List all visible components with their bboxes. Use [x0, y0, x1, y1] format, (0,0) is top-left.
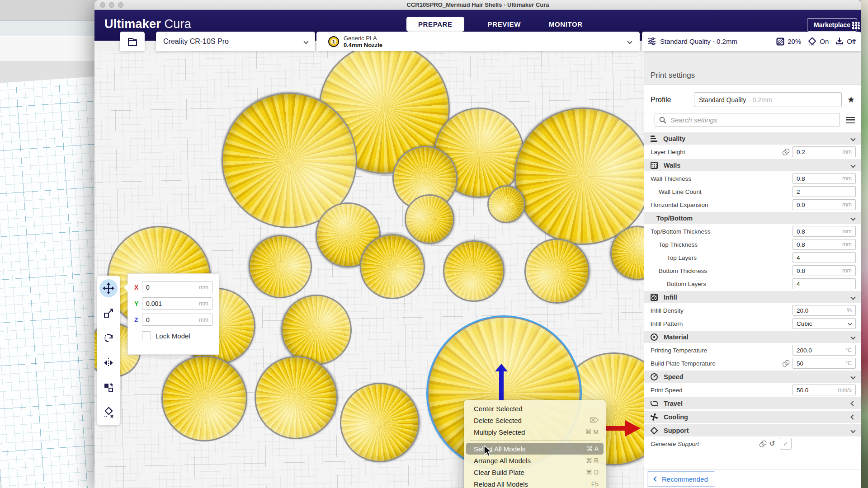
mirror-tool-button[interactable]: [99, 354, 118, 372]
x-coordinate-input[interactable]: 0 mm: [142, 281, 212, 293]
y-coordinate-input[interactable]: 0.001 mm: [142, 297, 212, 310]
infill-density-input[interactable]: 20.0%: [793, 305, 856, 316]
profile-dropdown[interactable]: Standard Quality - 0.2mm: [694, 92, 842, 107]
summary-profile: Standard Quality - 0.2mm: [660, 38, 737, 45]
menu-item-center-selected[interactable]: Center Selected: [466, 403, 604, 414]
link-icon: [759, 440, 766, 448]
menu-shortcut: ⌘ A: [587, 445, 599, 452]
section-header-quality[interactable]: Quality: [644, 132, 861, 145]
section-header-speed[interactable]: Speed: [644, 371, 861, 383]
menu-item-delete-selected[interactable]: Delete Selected⌦: [466, 414, 604, 426]
wall-thickness-input[interactable]: 0.8mm: [793, 173, 856, 184]
gizmo-x-arrow[interactable]: [604, 418, 641, 438]
applications-grid-icon[interactable]: [852, 22, 860, 29]
sliders-icon: [647, 37, 656, 46]
chevron-down-icon: [627, 39, 632, 44]
menu-shortcut: ⌦: [590, 417, 599, 424]
mouse-cursor: [483, 445, 492, 458]
link-icon: [782, 360, 789, 367]
print-settings-header: Print settings: [644, 51, 861, 84]
section-header-travel[interactable]: Travel: [644, 397, 861, 409]
top-bottom-thickness-input[interactable]: 0.8mm: [793, 226, 856, 237]
menu-shortcut: ⌘ D: [586, 469, 599, 476]
top-thickness-input[interactable]: 0.8mm: [793, 239, 856, 250]
rotate-tool-button[interactable]: [99, 329, 118, 347]
background-window-band: [0, 20, 94, 36]
cura-window: CCR10SPRO_Mermaid Hair Shells - Ultimake…: [94, 0, 861, 488]
travel-icon: [651, 401, 658, 406]
build-plate-temperature-input[interactable]: 50°C: [793, 358, 856, 369]
search-settings-input[interactable]: Search settings: [655, 113, 840, 127]
scale-tool-button[interactable]: [99, 304, 118, 322]
chevron-down-icon: [848, 321, 852, 325]
speed-icon: [651, 373, 658, 380]
settings-visibility-menu-icon[interactable]: [846, 117, 855, 123]
section-header-infill[interactable]: Infill: [644, 291, 861, 303]
mirror-icon: [103, 357, 114, 368]
wall-line-count-input[interactable]: 2: [793, 186, 856, 197]
print-settings-selector[interactable]: Standard Quality - 0.2mm 20% On Off: [642, 32, 861, 51]
maximize-window-button[interactable]: [118, 2, 123, 8]
marketplace-button[interactable]: Marketplace: [807, 18, 857, 32]
tab-preview[interactable]: PREVIEW: [483, 17, 525, 32]
tab-prepare[interactable]: PREPARE: [406, 17, 464, 32]
material-configuration-selector[interactable]: 1 Generic PLA 0.4mm Nozzle: [316, 32, 640, 51]
chevron-down-icon: [850, 295, 855, 300]
move-coordinates-panel: X 0 mm Y 0.001 mm Z 0: [127, 273, 219, 355]
generate-support-checkbox[interactable]: ✓: [780, 438, 792, 450]
z-coordinate-input[interactable]: 0 mm: [142, 314, 212, 326]
open-file-button[interactable]: [120, 32, 145, 51]
window-titlebar[interactable]: CCR10SPRO_Mermaid Hair Shells - Ultimake…: [94, 0, 861, 10]
recommended-mode-button[interactable]: Recommended: [647, 471, 715, 487]
y-coordinate-row: Y 0.001 mm: [134, 297, 212, 310]
desktop-wallpaper-sliver: [861, 0, 868, 488]
chevron-down-icon: [303, 39, 308, 44]
print-speed-input[interactable]: 50.0mm/s: [793, 385, 856, 395]
rotate-icon: [103, 333, 114, 343]
bottom-layers-input[interactable]: 4: [793, 278, 856, 289]
section-header-support[interactable]: Support: [644, 424, 861, 436]
y-axis-label: Y: [134, 300, 142, 307]
section-header-walls[interactable]: Walls: [644, 159, 861, 171]
setting-row-top-thickness: Top Thickness0.8mm: [644, 239, 861, 250]
per-model-settings-button[interactable]: [99, 379, 118, 397]
bottom-thickness-input[interactable]: 0.8mm: [793, 265, 856, 276]
support-blocker-button[interactable]: [99, 404, 118, 422]
lock-model-row: Lock Model: [134, 331, 212, 340]
favorite-star-icon[interactable]: ★: [847, 94, 855, 105]
top-layers-input[interactable]: 4: [793, 252, 856, 263]
section-header-top-bottom[interactable]: Top/Bottom: [644, 212, 861, 224]
layer-height-input[interactable]: 0.2mm: [793, 146, 856, 157]
setting-row-infill-density: Infill Density20.0%: [644, 305, 861, 316]
infill-icon: [651, 294, 658, 301]
chevron-left-icon: [850, 401, 855, 406]
menu-item-clear-build-plate[interactable]: Clear Build Plate⌘ D: [466, 466, 604, 478]
setting-row-top-layers: Top Layers4: [644, 252, 861, 263]
menu-item-reload-all-models[interactable]: Reload All ModelsF5: [466, 478, 604, 488]
material-name: Generic PLA: [344, 35, 382, 42]
horizontal-expansion-input[interactable]: 0.0mm: [793, 199, 856, 210]
scale-icon: [103, 308, 114, 319]
section-header-cooling[interactable]: Cooling: [644, 411, 861, 423]
printing-temperature-input[interactable]: 200.0°C: [793, 345, 856, 356]
z-axis-label: Z: [134, 316, 142, 324]
3d-viewport[interactable]: X 0 mm Y 0.001 mm Z 0: [94, 51, 644, 488]
menu-shortcut: ⌘ R: [586, 457, 599, 464]
infill-pattern-dropdown[interactable]: Cubic: [793, 318, 856, 329]
chevron-down-icon: [850, 334, 855, 339]
summary-infill: 20%: [788, 38, 801, 45]
minimize-window-button[interactable]: [109, 2, 114, 8]
lock-model-checkbox[interactable]: [142, 331, 151, 340]
summary-support: On: [820, 38, 829, 45]
revert-icon[interactable]: ↺: [769, 440, 775, 448]
cooling-icon: [651, 413, 658, 421]
menu-item-multiply-selected[interactable]: Multiply Selected⌘ M: [466, 426, 604, 438]
printer-selector[interactable]: Creality CR-10S Pro: [156, 32, 315, 51]
move-tool-button[interactable]: [99, 279, 118, 297]
desktop-background-left: [0, 0, 94, 488]
settings-list: QualityLayer Height0.2mmWallsWall Thickn…: [644, 132, 861, 450]
section-header-material[interactable]: Material: [644, 331, 861, 343]
close-window-button[interactable]: [100, 2, 105, 8]
tab-monitor[interactable]: MONITOR: [544, 17, 587, 32]
gizmo-z-arrow[interactable]: [495, 364, 508, 401]
